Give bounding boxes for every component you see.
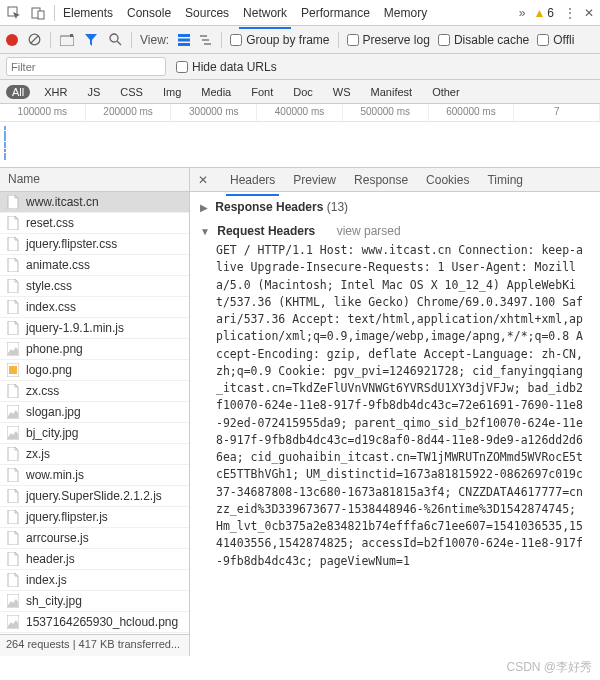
svg-rect-2	[38, 11, 44, 19]
svg-rect-14	[204, 43, 211, 45]
detail-tab-cookies[interactable]: Cookies	[426, 169, 469, 191]
type-xhr[interactable]: XHR	[38, 85, 73, 99]
tab-memory[interactable]: Memory	[384, 2, 427, 24]
type-ws[interactable]: WS	[327, 85, 357, 99]
inspect-icon[interactable]	[6, 5, 22, 21]
request-row[interactable]: 1537164265930_hcloud.png	[0, 612, 189, 633]
file-icon	[6, 237, 20, 251]
clear-icon[interactable]	[26, 32, 42, 48]
detail-tabs: ✕ HeadersPreviewResponseCookiesTiming	[190, 168, 600, 192]
type-all[interactable]: All	[6, 85, 30, 99]
svg-point-7	[110, 34, 118, 42]
request-row[interactable]: jquery.flipster.js	[0, 507, 189, 528]
large-rows-icon[interactable]	[177, 33, 191, 47]
request-headers-section[interactable]: ▼ Request Headers view parsed	[194, 222, 596, 240]
settings-icon[interactable]: ⋮	[564, 6, 576, 20]
request-row[interactable]: animate.css	[0, 255, 189, 276]
type-font[interactable]: Font	[245, 85, 279, 99]
timeline-tick: 300000 ms	[171, 104, 257, 121]
group-by-frame-checkbox[interactable]: Group by frame	[230, 33, 329, 47]
main-tabs: ElementsConsoleSourcesNetworkPerformance…	[63, 2, 511, 24]
type-manifest[interactable]: Manifest	[365, 85, 419, 99]
detail-tab-response[interactable]: Response	[354, 169, 408, 191]
request-row[interactable]: jquery.SuperSlide.2.1.2.js	[0, 486, 189, 507]
view-label: View:	[140, 33, 169, 47]
warning-icon: ▲	[533, 6, 545, 20]
tab-network[interactable]: Network	[243, 2, 287, 24]
request-row[interactable]: wow.min.js	[0, 465, 189, 486]
response-headers-section[interactable]: ▶ Response Headers (13)	[194, 198, 596, 216]
request-row[interactable]: reset.css	[0, 213, 189, 234]
type-other[interactable]: Other	[426, 85, 466, 99]
filter-icon[interactable]	[83, 32, 99, 48]
request-row[interactable]: header.js	[0, 549, 189, 570]
file-icon	[6, 447, 20, 461]
type-js[interactable]: JS	[81, 85, 106, 99]
file-icon	[6, 489, 20, 503]
tab-elements[interactable]: Elements	[63, 2, 113, 24]
detail-tab-headers[interactable]: Headers	[230, 169, 275, 191]
name-column-header[interactable]: Name	[0, 168, 189, 192]
type-filter-bar: AllXHRJSCSSImgMediaFontDocWSManifestOthe…	[0, 80, 600, 104]
svg-rect-9	[178, 34, 190, 37]
disable-cache-checkbox[interactable]: Disable cache	[438, 33, 529, 47]
more-tabs-icon[interactable]: »	[519, 6, 526, 20]
waterfall-icon[interactable]	[199, 33, 213, 47]
file-name: slogan.jpg	[26, 405, 81, 419]
request-row[interactable]: jquery-1.9.1.min.js	[0, 318, 189, 339]
file-name: sh_city.jpg	[26, 594, 82, 608]
file-name: animate.css	[26, 258, 90, 272]
view-parsed-link[interactable]: view parsed	[337, 224, 401, 238]
request-row[interactable]: jquery.flipster.css	[0, 234, 189, 255]
preserve-log-checkbox[interactable]: Preserve log	[347, 33, 430, 47]
type-css[interactable]: CSS	[114, 85, 149, 99]
file-name: 1537164265930_hcloud.png	[26, 615, 178, 629]
request-row[interactable]: index.js	[0, 570, 189, 591]
device-toggle-icon[interactable]	[30, 5, 46, 21]
raw-headers[interactable]: GET / HTTP/1.1 Host: www.itcast.cn Conne…	[194, 240, 596, 570]
filter-input[interactable]	[6, 57, 166, 76]
request-row[interactable]: zx.js	[0, 444, 189, 465]
tab-console[interactable]: Console	[127, 2, 171, 24]
file-icon	[6, 195, 20, 209]
detail-tab-preview[interactable]: Preview	[293, 169, 336, 191]
svg-rect-17	[9, 366, 17, 374]
request-row[interactable]: slogan.jpg	[0, 402, 189, 423]
detail-tab-timing[interactable]: Timing	[487, 169, 523, 191]
offline-checkbox[interactable]: Offli	[537, 33, 574, 47]
type-media[interactable]: Media	[195, 85, 237, 99]
type-doc[interactable]: Doc	[287, 85, 319, 99]
svg-line-4	[31, 36, 38, 43]
file-icon	[6, 510, 20, 524]
screenshot-icon[interactable]	[59, 32, 75, 48]
request-row[interactable]: zx.css	[0, 381, 189, 402]
request-row[interactable]: sh_city.jpg	[0, 591, 189, 612]
tab-sources[interactable]: Sources	[185, 2, 229, 24]
file-name: wow.min.js	[26, 468, 84, 482]
request-row[interactable]: index.css	[0, 297, 189, 318]
close-detail-icon[interactable]: ✕	[198, 173, 208, 187]
watermark: CSDN @李好秀	[506, 659, 592, 676]
request-row[interactable]: www.itcast.cn	[0, 192, 189, 213]
file-icon	[6, 405, 20, 419]
request-row[interactable]: arrcourse.js	[0, 528, 189, 549]
file-icon	[6, 615, 20, 629]
file-icon	[6, 468, 20, 482]
timeline-tick: 500000 ms	[343, 104, 429, 121]
request-row[interactable]: logo.png	[0, 360, 189, 381]
file-name: logo.png	[26, 363, 72, 377]
timeline-overview[interactable]: 100000 ms200000 ms300000 ms400000 ms5000…	[0, 104, 600, 168]
close-icon[interactable]: ✕	[584, 6, 594, 20]
warnings-badge[interactable]: ▲6	[533, 6, 554, 20]
hide-data-urls-checkbox[interactable]: Hide data URLs	[176, 60, 277, 74]
file-icon	[6, 552, 20, 566]
record-button[interactable]	[6, 34, 18, 46]
search-icon[interactable]	[107, 32, 123, 48]
file-name: jquery.flipster.js	[26, 510, 108, 524]
request-detail: ✕ HeadersPreviewResponseCookiesTiming ▶ …	[190, 168, 600, 656]
request-row[interactable]: bj_city.jpg	[0, 423, 189, 444]
type-img[interactable]: Img	[157, 85, 187, 99]
tab-performance[interactable]: Performance	[301, 2, 370, 24]
request-row[interactable]: style.css	[0, 276, 189, 297]
request-row[interactable]: phone.png	[0, 339, 189, 360]
